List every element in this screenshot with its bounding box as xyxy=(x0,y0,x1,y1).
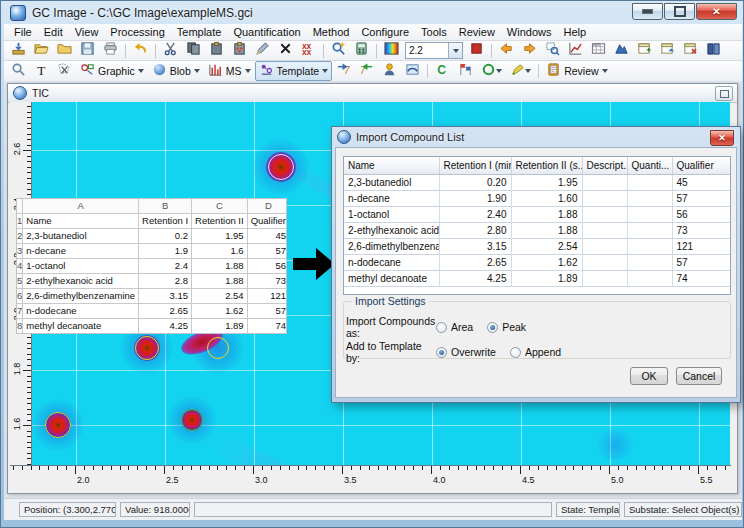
compound-table-cell[interactable] xyxy=(582,239,627,255)
template-marker-circle[interactable] xyxy=(45,412,71,438)
compound-table-header[interactable]: Quanti... xyxy=(627,157,672,175)
tic-restore-button[interactable] xyxy=(715,86,733,101)
menu-item-review[interactable]: Review xyxy=(453,25,501,39)
menu-item-edit[interactable]: Edit xyxy=(38,25,69,39)
save-button[interactable] xyxy=(76,41,99,61)
update-template-button[interactable]: 7 xyxy=(355,61,378,81)
compound-table-cell[interactable]: n-dodecane xyxy=(344,255,439,271)
compound-table-cell[interactable]: 2.65 xyxy=(439,255,511,271)
compound-table-cell[interactable]: 73 xyxy=(672,223,730,239)
compound-table-cell[interactable]: 1.60 xyxy=(511,191,582,207)
compound-table-cell[interactable]: 1.88 xyxy=(511,223,582,239)
compound-table-cell[interactable] xyxy=(582,223,627,239)
compound-table-header[interactable]: Qualifier xyxy=(672,157,730,175)
compound-table-cell[interactable]: 2.40 xyxy=(439,207,511,223)
text-tool-button[interactable]: T xyxy=(30,61,53,81)
compound-table-cell[interactable] xyxy=(627,223,672,239)
compound-table-cell[interactable]: 1.90 xyxy=(439,191,511,207)
back-button[interactable] xyxy=(495,41,518,61)
compound-table-cell[interactable]: 57 xyxy=(672,191,730,207)
compound-table-cell[interactable]: 2,6-dimethylbenzena... xyxy=(344,239,439,255)
colormap-button[interactable] xyxy=(380,41,403,61)
compound-table-cell[interactable] xyxy=(582,191,627,207)
graphic-dropdown[interactable]: Graphic xyxy=(76,61,148,81)
compound-table-header[interactable]: Descript... xyxy=(582,157,627,175)
blob-id-button[interactable] xyxy=(378,61,401,81)
compound-table-cell[interactable]: 1.62 xyxy=(511,255,582,271)
pen-marker-dropdown[interactable] xyxy=(506,61,535,81)
compound-table[interactable]: NameRetention I (min)Retention II (s...D… xyxy=(343,156,731,295)
menu-item-quantification[interactable]: Quantification xyxy=(227,25,306,39)
open-image-button[interactable] xyxy=(7,41,30,61)
compound-table-cell[interactable] xyxy=(627,255,672,271)
copy-button[interactable] xyxy=(182,41,205,61)
ok-button[interactable]: OK xyxy=(630,367,668,385)
compound-table-header[interactable]: Retention I (min) xyxy=(439,157,511,175)
compound-table-cell[interactable]: 3.15 xyxy=(439,239,511,255)
compound-table-cell[interactable]: 2,3-butanediol xyxy=(344,175,439,191)
blob-dropdown[interactable]: Blob xyxy=(148,61,204,81)
compound-table-row[interactable]: n-dodecane2.651.6257 xyxy=(344,255,730,271)
data-table-button[interactable]: 0123 xyxy=(587,41,610,61)
compound-table-row[interactable]: 2,6-dimethylbenzena...3.152.54121 xyxy=(344,239,730,255)
forward-button[interactable] xyxy=(518,41,541,61)
stop-button[interactable] xyxy=(465,41,488,61)
compound-table-cell[interactable]: 121 xyxy=(672,239,730,255)
undo-button[interactable] xyxy=(129,41,152,61)
menu-item-file[interactable]: File xyxy=(8,25,38,39)
tic-title-bar[interactable]: TIC xyxy=(8,84,737,103)
compound-table-cell[interactable] xyxy=(582,255,627,271)
menu-item-tools[interactable]: Tools xyxy=(415,25,453,39)
magnifier-button[interactable] xyxy=(7,61,30,81)
menu-item-template[interactable]: Template xyxy=(171,25,228,39)
compound-table-cell[interactable] xyxy=(582,271,627,287)
ms-dropdown[interactable]: MS xyxy=(204,61,255,81)
compound-table-row[interactable]: 1-octanol2.401.8856 xyxy=(344,207,730,223)
cancel-button[interactable]: Cancel xyxy=(676,367,722,385)
maximize-button[interactable] xyxy=(664,3,695,20)
compound-table-cell[interactable]: 1.88 xyxy=(511,207,582,223)
calculator-button[interactable] xyxy=(350,41,373,61)
apply-template-button[interactable]: 7 xyxy=(332,61,355,81)
template-button[interactable]: Template xyxy=(255,61,333,81)
menu-item-windows[interactable]: Windows xyxy=(501,25,558,39)
line-plot-button[interactable] xyxy=(564,41,587,61)
compound-table-cell[interactable]: 2.80 xyxy=(439,223,511,239)
cut-button[interactable] xyxy=(159,41,182,61)
template-marker-circle[interactable] xyxy=(181,409,203,431)
compound-table-cell[interactable]: 1.95 xyxy=(511,175,582,191)
compound-table-cell[interactable] xyxy=(627,175,672,191)
compound-table-cell[interactable]: 45 xyxy=(672,175,730,191)
compare-button[interactable] xyxy=(454,61,477,81)
compound-table-header[interactable]: Retention II (s... xyxy=(511,157,582,175)
baseline-button[interactable] xyxy=(401,61,424,81)
add-by-radio-append[interactable] xyxy=(510,347,521,358)
compound-table-cell[interactable]: methyl decanoate xyxy=(344,271,439,287)
zoom-region-button[interactable] xyxy=(541,41,564,61)
menu-item-configure[interactable]: Configure xyxy=(355,25,415,39)
print-button[interactable] xyxy=(99,41,122,61)
compound-table-row[interactable]: 2-ethylhexanoic acid2.801.8873 xyxy=(344,223,730,239)
close-button[interactable]: ✕ xyxy=(696,3,737,20)
compound-table-cell[interactable]: 0.20 xyxy=(439,175,511,191)
compound-table-cell[interactable]: 56 xyxy=(672,207,730,223)
compound-table-cell[interactable]: n-decane xyxy=(344,191,439,207)
chevron-down-icon[interactable] xyxy=(448,43,462,58)
compound-table-cell[interactable]: 2.54 xyxy=(511,239,582,255)
paste-special-button[interactable] xyxy=(228,41,251,61)
review-dropdown[interactable]: Review xyxy=(542,61,611,81)
compound-table-row[interactable]: 2,3-butanediol0.201.9545 xyxy=(344,175,730,191)
add-by-radio-overwrite[interactable] xyxy=(436,347,447,358)
scale-combobox[interactable]: 2.2 xyxy=(405,42,463,59)
circle-marker-dropdown[interactable] xyxy=(477,61,506,81)
compound-table-cell[interactable] xyxy=(582,175,627,191)
clic-button[interactable]: C xyxy=(431,61,454,81)
menu-item-processing[interactable]: Processing xyxy=(104,25,170,39)
menu-item-view[interactable]: View xyxy=(69,25,105,39)
library-button[interactable] xyxy=(702,41,725,61)
compound-table-header-row[interactable]: NameRetention I (min)Retention II (s...D… xyxy=(344,157,730,175)
delete-all-button[interactable]: xxxx xyxy=(297,41,320,61)
compound-table-cell[interactable] xyxy=(627,191,672,207)
compound-table-cell[interactable] xyxy=(627,239,672,255)
open-recent-button[interactable] xyxy=(53,41,76,61)
